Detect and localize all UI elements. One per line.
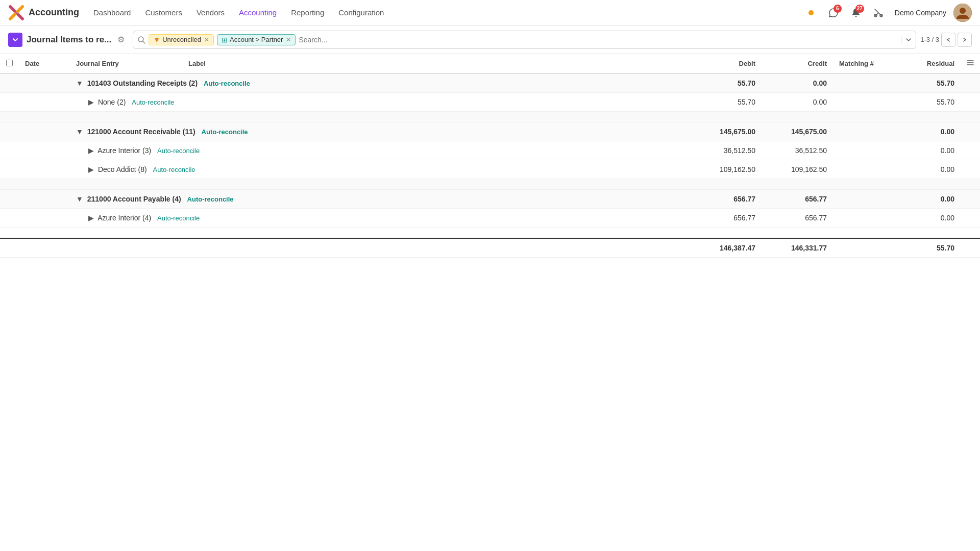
sub4-credit: 656.77 xyxy=(762,209,833,228)
group1-label: 101403 Outstanding Receipts (2) xyxy=(87,79,198,87)
group3-auto-reconcile[interactable]: Auto-reconcile xyxy=(187,195,234,203)
sub3-toggle[interactable]: ▶ xyxy=(88,165,94,173)
tools-button[interactable] xyxy=(869,4,888,22)
group2-residual: 0.00 xyxy=(894,122,961,141)
spacer-row xyxy=(0,112,980,122)
avatar-image xyxy=(953,4,972,22)
col-header-date: Date xyxy=(19,54,70,73)
group3-residual: 0.00 xyxy=(894,190,961,209)
group3-debit: 656.77 xyxy=(690,190,762,209)
search-icon xyxy=(137,36,145,44)
sub2-auto-reconcile[interactable]: Auto-reconcile xyxy=(157,147,200,155)
sub1-auto-reconcile[interactable]: Auto-reconcile xyxy=(132,98,174,106)
sub2-label: Azure Interior (3) xyxy=(97,146,151,155)
sub4-toggle[interactable]: ▶ xyxy=(88,214,94,222)
svg-point-7 xyxy=(960,8,966,14)
filter-account-partner-label: Account > Partner xyxy=(230,36,283,43)
col-header-matching: Matching # xyxy=(833,54,894,73)
sub4-auto-reconcile[interactable]: Auto-reconcile xyxy=(157,214,200,222)
journal-items-table: Date Journal Entry Label Debit Credit Ma… xyxy=(0,54,980,258)
group-row: ▼ 211000 Account Payable (4) Auto-reconc… xyxy=(0,190,980,209)
tools-icon xyxy=(873,8,884,18)
pagination-next[interactable] xyxy=(958,33,972,47)
subgroup-row: ▶ Azure Interior (4) Auto-reconcile 656.… xyxy=(0,209,980,228)
total-residual: 55.70 xyxy=(894,238,961,258)
group3-credit: 656.77 xyxy=(762,190,833,209)
filter-unreconciled-remove[interactable]: ✕ xyxy=(204,36,209,43)
status-indicator[interactable] xyxy=(802,4,820,22)
group2-toggle[interactable]: ▼ xyxy=(76,128,83,136)
filter-unreconciled-label: Unreconciled xyxy=(162,36,201,43)
group-row: ▼ 121000 Account Receivable (11) Auto-re… xyxy=(0,122,980,141)
group2-auto-reconcile[interactable]: Auto-reconcile xyxy=(202,128,248,136)
filter-account-partner-remove[interactable]: ✕ xyxy=(286,36,291,43)
nav-customers[interactable]: Customers xyxy=(139,5,188,20)
search-input[interactable] xyxy=(299,36,898,44)
group3-label: 211000 Account Payable (4) xyxy=(87,195,181,203)
nav-vendors[interactable]: Vendors xyxy=(190,5,231,20)
filter-icon: ▼ xyxy=(153,36,160,44)
search-dropdown-button[interactable] xyxy=(901,37,912,43)
sub4-label: Azure Interior (4) xyxy=(97,214,151,222)
group1-auto-reconcile[interactable]: Auto-reconcile xyxy=(204,80,250,87)
nav-configuration[interactable]: Configuration xyxy=(332,5,390,20)
settings-gear-icon[interactable]: ⚙ xyxy=(117,35,125,44)
odoo-logo-icon xyxy=(8,5,24,21)
status-dot xyxy=(808,10,814,15)
sub2-toggle[interactable]: ▶ xyxy=(88,146,94,155)
search-bar: ▼ Unreconciled ✕ ⊞ Account > Partner ✕ xyxy=(133,31,916,49)
group2-label: 121000 Account Receivable (11) xyxy=(87,128,195,136)
group2-matching xyxy=(833,122,894,141)
subgroup-row: ▶ Deco Addict (8) Auto-reconcile 109,162… xyxy=(0,160,980,179)
col-header-residual: Residual xyxy=(894,54,961,73)
sub1-matching xyxy=(833,93,894,112)
filter-unreconciled[interactable]: ▼ Unreconciled ✕ xyxy=(149,34,214,45)
sub2-matching xyxy=(833,141,894,160)
user-avatar[interactable] xyxy=(953,4,972,22)
filter-account-partner[interactable]: ⊞ Account > Partner ✕ xyxy=(217,34,296,45)
notifications-button[interactable]: 27 xyxy=(847,4,865,22)
sub3-auto-reconcile[interactable]: Auto-reconcile xyxy=(153,166,195,173)
sub1-debit: 55.70 xyxy=(690,93,762,112)
group2-credit: 145,675.00 xyxy=(762,122,833,141)
sub2-debit: 36,512.50 xyxy=(690,141,762,160)
subgroup-row: ▶ Azure Interior (3) Auto-reconcile 36,5… xyxy=(0,141,980,160)
group1-toggle[interactable]: ▼ xyxy=(76,79,83,87)
sub3-debit: 109,162.50 xyxy=(690,160,762,179)
spacer-row xyxy=(0,228,980,239)
nav-dashboard[interactable]: Dashboard xyxy=(87,5,137,20)
sub3-residual: 0.00 xyxy=(894,160,961,179)
select-all-checkbox[interactable] xyxy=(6,60,13,66)
group-row: ▼ 101403 Outstanding Receipts (2) Auto-r… xyxy=(0,73,980,93)
col-header-debit: Debit xyxy=(690,54,762,73)
group-icon: ⊞ xyxy=(222,36,228,44)
svg-line-9 xyxy=(143,41,145,43)
nav-accounting[interactable]: Accounting xyxy=(233,5,283,20)
sub1-toggle[interactable]: ▶ xyxy=(88,98,94,106)
group1-credit: 0.00 xyxy=(762,73,833,93)
sub1-residual: 55.70 xyxy=(894,93,961,112)
sub4-debit: 656.77 xyxy=(690,209,762,228)
chat-button[interactable]: 6 xyxy=(824,4,843,22)
chevron-down-icon xyxy=(11,36,19,44)
col-header-settings[interactable] xyxy=(961,54,980,73)
nav-reporting[interactable]: Reporting xyxy=(285,5,330,20)
col-header-label: Label xyxy=(182,54,690,73)
spacer-row xyxy=(0,179,980,190)
app-title: Accounting xyxy=(29,7,79,18)
pagination-info: 1-3 / 3 xyxy=(920,36,939,43)
sub3-label: Deco Addict (8) xyxy=(98,165,147,173)
app-logo[interactable]: Accounting xyxy=(8,5,79,21)
pagination-prev[interactable] xyxy=(941,33,955,47)
page-title: Journal Items to re... xyxy=(27,35,111,45)
sub3-matching xyxy=(833,160,894,179)
group3-matching xyxy=(833,190,894,209)
group1-matching xyxy=(833,73,894,93)
group1-residual: 55.70 xyxy=(894,73,961,93)
notifications-badge: 27 xyxy=(855,5,864,13)
sidebar-toggle[interactable] xyxy=(8,33,22,47)
col-header-credit: Credit xyxy=(762,54,833,73)
group3-toggle[interactable]: ▼ xyxy=(76,195,83,203)
col-header-journal: Journal Entry xyxy=(70,54,182,73)
pagination: 1-3 / 3 xyxy=(920,33,972,47)
